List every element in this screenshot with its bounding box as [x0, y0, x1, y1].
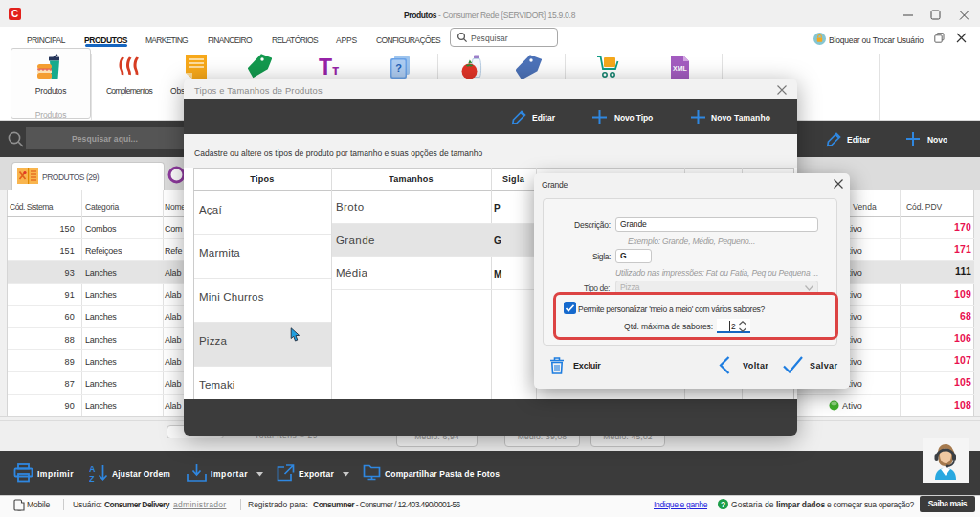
svg-text:C: C	[11, 9, 18, 19]
svg-text:?: ?	[395, 62, 402, 74]
svg-text:A: A	[89, 464, 96, 474]
svg-text:Z: Z	[89, 474, 95, 483]
svg-text:XML: XML	[673, 65, 688, 72]
svg-text:?: ?	[721, 500, 725, 509]
